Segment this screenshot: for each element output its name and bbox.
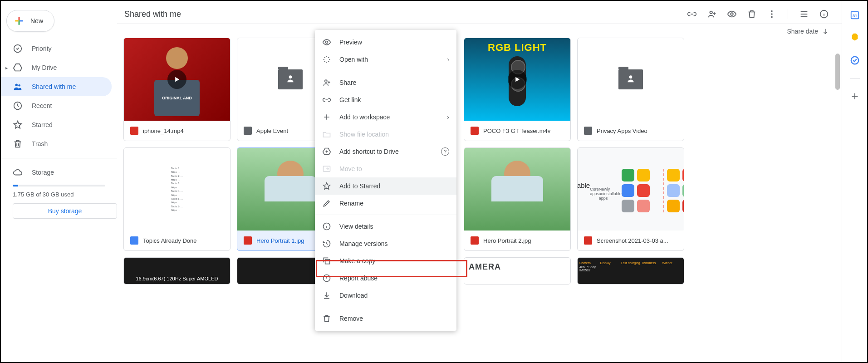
video-file-icon xyxy=(130,127,138,135)
sidebar-item-shared[interactable]: Shared with me xyxy=(1,77,112,96)
more-icon[interactable] xyxy=(767,9,777,19)
file-card[interactable]: Topic 1 …https …Topic 2 …https …Topic 3 … xyxy=(123,147,230,251)
thumbnail xyxy=(578,38,684,121)
add-addon-icon[interactable] xyxy=(850,91,860,101)
right-side-panel: 31 xyxy=(842,1,867,362)
divider xyxy=(1,158,117,158)
new-button-label: New xyxy=(30,17,43,25)
file-card[interactable]: AMERA xyxy=(464,257,571,285)
plus-icon xyxy=(13,15,25,27)
thumbnail: RGB LIGHT xyxy=(464,38,570,121)
menu-separator xyxy=(315,215,456,215)
context-menu-getlink[interactable]: Get link xyxy=(315,91,456,108)
svg-text:31: 31 xyxy=(852,14,857,18)
context-menu-rename[interactable]: Rename xyxy=(315,195,456,212)
sidebar-item-storage[interactable]: Storage xyxy=(1,163,112,182)
menu-separator xyxy=(315,307,456,307)
context-menu-add-shortcut[interactable]: Add shortcut to Drive? xyxy=(315,143,456,160)
file-name: Hero Portrait 1.jpg xyxy=(256,237,304,244)
scrollbar-thumb[interactable] xyxy=(835,54,840,90)
thumbnail: 16.9cm(6.67) 120Hz Super AMOLED xyxy=(124,258,230,284)
svg-point-15 xyxy=(326,41,328,44)
file-card[interactable]: RGB LIGHT POCO F3 GT Teaser.m4v xyxy=(464,38,571,141)
star-icon xyxy=(322,182,331,191)
thumbnail: Uninstallable system Core apps Newly uni… xyxy=(578,148,684,231)
sidebar-item-trash[interactable]: Trash xyxy=(1,134,112,153)
list-view-icon[interactable] xyxy=(799,9,809,19)
sidebar-item-starred[interactable]: Starred xyxy=(1,115,112,134)
folder-icon xyxy=(618,69,643,89)
file-name: Screenshot 2021-03-03 a... xyxy=(597,237,668,244)
shared-folder-icon xyxy=(244,127,252,135)
arrow-down-icon xyxy=(822,28,829,35)
copy-icon xyxy=(322,256,331,265)
file-name: POCO F3 GT Teaser.m4v xyxy=(483,128,550,134)
add-person-icon[interactable] xyxy=(707,9,717,19)
separator xyxy=(788,9,788,19)
svg-point-4 xyxy=(710,11,712,14)
file-card[interactable]: Hero Portrait 2.jpg xyxy=(464,147,571,251)
file-card[interactable]: Privacy Apps Video xyxy=(577,38,684,141)
share-icon xyxy=(322,78,331,87)
context-menu-copy[interactable]: Make a copy xyxy=(315,252,456,270)
context-menu-openwith[interactable]: Open with› xyxy=(315,51,456,68)
file-name: Privacy Apps Video xyxy=(597,128,647,134)
new-uninstall-label: Newly uninstallable apps xyxy=(599,187,622,201)
thumbnail: ORIGINAL AND xyxy=(124,38,230,121)
file-card[interactable]: CameraDisplayFast chargingThicknessWinne… xyxy=(577,257,684,285)
file-card[interactable]: ORIGINAL AND iphone_14.mp4 xyxy=(123,38,230,141)
sidebar-item-recent[interactable]: Recent xyxy=(1,96,112,115)
new-button[interactable]: New xyxy=(6,10,54,32)
chevron-right-icon: › xyxy=(447,56,449,63)
context-menu-preview[interactable]: Preview xyxy=(315,34,456,51)
sidebar: New Priority My Drive Shared with me Rec… xyxy=(1,1,117,362)
report-icon xyxy=(322,274,331,283)
context-menu-details[interactable]: View details xyxy=(315,218,456,235)
file-name: Apple Event xyxy=(256,128,288,134)
context-menu-show-location: Show file location xyxy=(315,126,456,143)
main: Shared with me Share date xyxy=(117,1,842,362)
svg-point-16 xyxy=(325,80,327,82)
header: Shared with me xyxy=(117,1,842,24)
info-icon[interactable] xyxy=(819,9,829,19)
file-name: Hero Portrait 2.jpg xyxy=(483,237,531,244)
image-file-icon xyxy=(584,236,592,245)
shared-folder-icon xyxy=(584,127,592,135)
context-menu-add-starred[interactable]: Add to Starred xyxy=(315,177,456,195)
tasks-icon[interactable] xyxy=(850,55,860,65)
buy-storage-button[interactable]: Buy storage xyxy=(13,203,117,219)
plus-icon xyxy=(322,113,331,122)
svg-point-8 xyxy=(771,16,773,18)
context-menu: Preview Open with› Share Get link Add to… xyxy=(315,30,456,331)
cloud-icon xyxy=(13,167,23,177)
amoled-text: 16.9cm(6.67) 120Hz Super AMOLED xyxy=(136,276,218,281)
sidebar-item-priority[interactable]: Priority xyxy=(1,39,112,58)
preview-icon[interactable] xyxy=(727,9,737,19)
sidebar-item-mydrive[interactable]: My Drive xyxy=(1,58,112,77)
context-menu-report[interactable]: Report abuse xyxy=(315,270,456,287)
context-menu-versions[interactable]: Manage versions xyxy=(315,235,456,252)
sort-row[interactable]: Share date xyxy=(117,24,842,36)
context-menu-share[interactable]: Share xyxy=(315,74,456,91)
context-menu-remove[interactable]: Remove xyxy=(315,310,456,327)
camera-text: AMERA xyxy=(469,262,501,272)
context-menu-add-workspace[interactable]: Add to workspace› xyxy=(315,108,456,126)
storage-bar xyxy=(13,185,105,186)
context-menu-download[interactable]: Download xyxy=(315,287,456,304)
file-card[interactable]: Uninstallable system Core apps Newly uni… xyxy=(577,147,684,251)
sidebar-item-label: Recent xyxy=(32,102,52,109)
keep-icon[interactable] xyxy=(850,33,860,43)
core-apps-label: Core apps xyxy=(590,187,599,201)
thumbnail: AMERA xyxy=(464,258,570,284)
context-menu-moveto: Move to xyxy=(315,160,456,177)
link-icon[interactable] xyxy=(687,9,697,19)
chevron-right-icon: › xyxy=(447,113,449,121)
portrait-graphic xyxy=(504,161,530,187)
link-icon xyxy=(322,95,331,104)
header-actions xyxy=(687,9,829,19)
calendar-icon[interactable]: 31 xyxy=(850,10,860,20)
thumbnail: Topic 1 …https …Topic 2 …https …Topic 3 … xyxy=(124,148,230,231)
file-card[interactable]: 16.9cm(6.67) 120Hz Super AMOLED xyxy=(123,257,230,285)
file-grid: ORIGINAL AND iphone_14.mp4 Apple Event R… xyxy=(117,36,842,362)
delete-icon[interactable] xyxy=(747,9,757,19)
